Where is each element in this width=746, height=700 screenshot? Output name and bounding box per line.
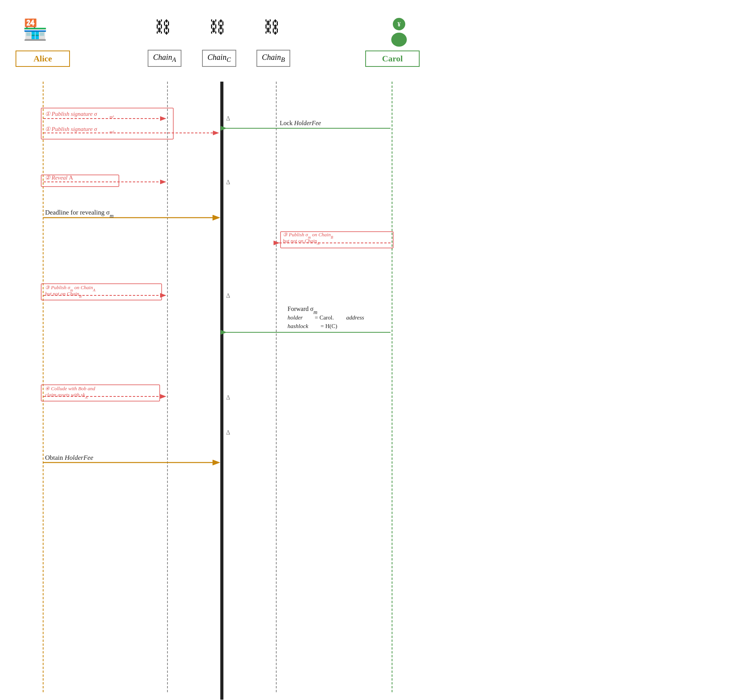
chain-c-active-bar: [220, 82, 223, 700]
svg-text:Obtain HolderFee: Obtain HolderFee: [45, 454, 94, 461]
svg-text:Δ: Δ: [226, 429, 230, 436]
svg-text:address: address: [346, 314, 364, 321]
chain-a-icon: ⛓: [155, 18, 171, 37]
lifeline-alice: [43, 82, 44, 692]
svg-text:Δ: Δ: [226, 179, 230, 185]
actor-carol: Carol: [365, 51, 420, 67]
arrows-svg: ① Publish signature σ m¹ ① Publish signa…: [0, 0, 435, 700]
chain-b-box: ChainB: [256, 50, 290, 67]
svg-text:holder: holder: [288, 314, 303, 321]
chain-a-box: ChainA: [148, 50, 181, 67]
lifeline-chainA: [167, 82, 168, 692]
svg-rect-6: [41, 108, 173, 139]
svg-rect-22: [281, 232, 393, 248]
svg-text:¥: ¥: [397, 21, 401, 28]
svg-text:Deadline for revealing σm: Deadline for revealing σm: [45, 209, 113, 219]
svg-rect-15: [41, 175, 119, 187]
svg-text:Lock HolderFee: Lock HolderFee: [280, 120, 321, 126]
svg-point-2: [391, 33, 407, 47]
lifeline-chainB: [276, 82, 277, 692]
svg-text:but not on ChainB: but not on ChainB: [45, 291, 82, 299]
actor-alice: Alice: [16, 51, 70, 67]
svg-rect-38: [41, 385, 160, 401]
svg-text:Δ: Δ: [226, 292, 230, 299]
svg-text:④ Collude with Bob and: ④ Collude with Bob and: [45, 386, 96, 391]
svg-text:hashlock: hashlock: [288, 323, 309, 329]
svg-text:m¹: m¹: [110, 114, 114, 119]
lifeline-carol: [392, 82, 392, 692]
alice-store-icon: 🏪: [23, 18, 48, 42]
svg-rect-26: [41, 284, 162, 300]
svg-text:but not on ChainA: but not on ChainA: [283, 238, 320, 246]
svg-text:Forward σm: Forward σm: [288, 305, 317, 315]
svg-text:③ Publish σm on ChainA: ③ Publish σm on ChainA: [45, 285, 96, 292]
chain-c-box: ChainC: [202, 50, 236, 67]
svg-text:② Reveal A: ② Reveal A: [45, 175, 73, 181]
svg-text:① Publish signature σ: ① Publish signature σ: [45, 126, 97, 132]
svg-text:① Publish signature σ: ① Publish signature σ: [45, 111, 97, 117]
svg-text:= H(C): = H(C): [321, 323, 337, 330]
svg-text:claim assets with skA: claim assets with skA: [45, 392, 88, 400]
carol-avatar: ¥: [385, 16, 413, 48]
svg-text:m²: m²: [110, 129, 115, 134]
svg-text:Δ: Δ: [226, 115, 230, 122]
diagram: 🏪 ¥ Alice Carol ChainA ChainC ChainB ⛓ ⛓…: [0, 0, 435, 700]
chain-c-icon: ⛓: [209, 18, 225, 37]
svg-text:③ Publish σm on ChainB: ③ Publish σm on ChainB: [283, 232, 333, 239]
svg-text:Δ: Δ: [226, 394, 230, 401]
chain-b-icon: ⛓: [263, 18, 280, 37]
svg-text:= Carol.: = Carol.: [315, 314, 334, 321]
